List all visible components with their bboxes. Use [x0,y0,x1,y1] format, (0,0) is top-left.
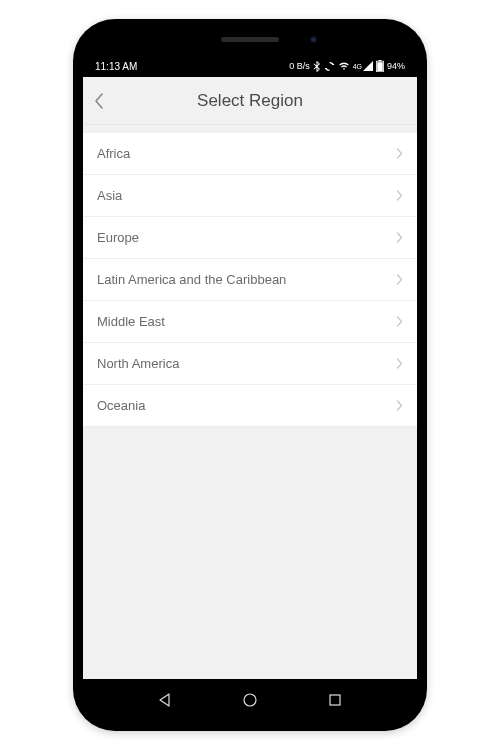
list-item-label: Africa [97,146,130,161]
page-title: Select Region [83,91,417,111]
region-item-latin-america[interactable]: Latin America and the Caribbean [83,259,417,301]
triangle-back-icon [157,692,173,708]
battery-icon [376,60,384,72]
nav-back-button[interactable] [145,692,185,708]
region-item-north-america[interactable]: North America [83,343,417,385]
wifi-icon [338,61,350,71]
square-recent-icon [327,692,343,708]
nav-recent-button[interactable] [315,692,355,708]
app-content: Select Region Africa Asia Europe Latin A… [83,77,417,679]
status-speed: 0 B/s [289,61,310,71]
chevron-right-icon [396,229,403,247]
list-item-label: Latin America and the Caribbean [97,272,286,287]
phone-frame: 11:13 AM 0 B/s 4G 94% Select Region [73,19,427,731]
chevron-right-icon [396,145,403,163]
region-item-oceania[interactable]: Oceania [83,385,417,427]
list-item-label: Middle East [97,314,165,329]
status-time: 11:13 AM [95,61,137,72]
android-nav-bar [83,679,417,721]
signal-label: 4G [353,63,362,70]
region-item-asia[interactable]: Asia [83,175,417,217]
region-item-europe[interactable]: Europe [83,217,417,259]
circle-home-icon [242,692,258,708]
chevron-right-icon [396,313,403,331]
svg-rect-2 [377,62,383,71]
sync-icon [324,61,335,72]
status-indicators: 0 B/s 4G 94% [289,60,405,72]
chevron-right-icon [396,397,403,415]
svg-point-3 [244,694,256,706]
nav-home-button[interactable] [230,692,270,708]
region-item-africa[interactable]: Africa [83,133,417,175]
content-filler [83,427,417,679]
chevron-right-icon [396,271,403,289]
list-item-label: Europe [97,230,139,245]
status-battery: 94% [387,61,405,71]
list-item-label: Oceania [97,398,145,413]
phone-earpiece [221,37,279,42]
phone-screen: 11:13 AM 0 B/s 4G 94% Select Region [83,29,417,721]
region-list: Africa Asia Europe Latin America and the… [83,133,417,427]
app-header: Select Region [83,77,417,125]
region-item-middle-east[interactable]: Middle East [83,301,417,343]
list-item-label: North America [97,356,179,371]
chevron-left-icon [93,92,105,110]
status-bar: 11:13 AM 0 B/s 4G 94% [83,55,417,77]
svg-rect-4 [330,695,340,705]
bluetooth-icon [313,61,321,72]
signal-icon [363,61,373,71]
back-button[interactable] [93,77,105,124]
list-item-label: Asia [97,188,122,203]
phone-camera [310,36,317,43]
chevron-right-icon [396,187,403,205]
chevron-right-icon [396,355,403,373]
